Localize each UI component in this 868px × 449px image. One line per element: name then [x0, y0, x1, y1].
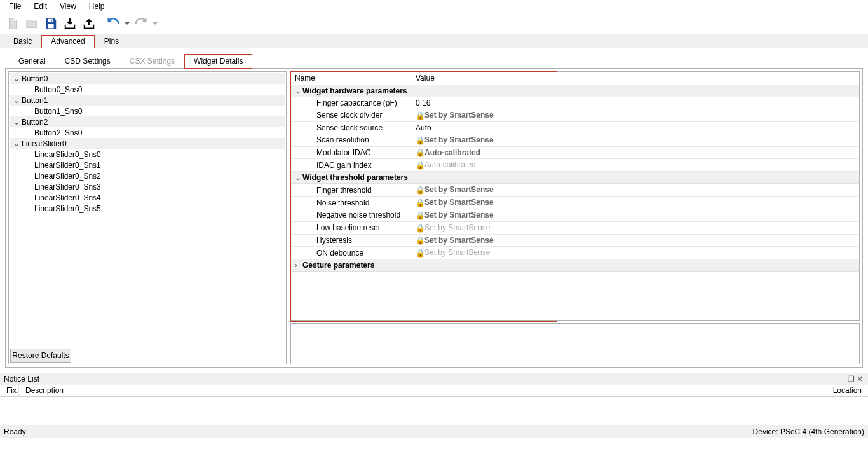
tree-item-ls-sns1[interactable]: LinearSlider0_Sns1 [10, 160, 285, 170]
menubar: File Edit View Help [0, 0, 868, 13]
menu-view[interactable]: View [53, 1, 83, 11]
import-icon[interactable] [61, 15, 79, 32]
redo-icon[interactable] [132, 15, 150, 32]
lock-icon: 🔒 [416, 148, 424, 157]
open-folder-icon[interactable] [23, 15, 41, 32]
status-ready: Ready [4, 427, 26, 436]
tab-advanced[interactable]: Advanced [41, 35, 94, 48]
main-tabstrip: Basic Advanced Pins [0, 34, 868, 48]
tree-item-button1-sns0[interactable]: Button1_Sns0 [10, 106, 285, 116]
notice-list-title: Notice List [4, 375, 39, 383]
subtab-general[interactable]: General [9, 54, 55, 69]
toolbar [0, 13, 868, 34]
tree-item-button2-sns0[interactable]: Button2_Sns0 [10, 127, 285, 138]
tree-item-button0-sns0[interactable]: Button0_Sns0 [10, 84, 285, 95]
notice-columns: Fix Description Location [0, 385, 868, 397]
svg-rect-2 [51, 19, 52, 21]
notice-list-header: Notice List ❐ ✕ [0, 373, 868, 385]
prop-scan-resolution[interactable]: Scan resolution🔒Set by SmartSense [291, 134, 859, 146]
close-icon[interactable]: ✕ [855, 375, 864, 383]
lock-icon: 🔒 [416, 211, 424, 220]
save-icon[interactable] [42, 15, 60, 32]
subtab-csd[interactable]: CSD Settings [55, 54, 120, 69]
tree-item-ls-sns4[interactable]: LinearSlider0_Sns4 [10, 192, 285, 203]
lock-icon: 🔒 [416, 224, 424, 233]
prop-noise-threshold[interactable]: Noise threshold🔒Set by SmartSense [291, 197, 859, 209]
cat-gesture[interactable]: ›Gesture parameters [291, 259, 859, 272]
tree-item-button1[interactable]: ⌄Button1 [10, 95, 285, 106]
status-device: Device: PSoC 4 (4th Generation) [753, 427, 864, 436]
sub-tabstrip: General CSD Settings CSX Settings Widget… [5, 53, 863, 69]
col-location[interactable]: Location [824, 385, 868, 396]
tree-item-ls-sns2[interactable]: LinearSlider0_Sns2 [10, 170, 285, 181]
prop-neg-noise-threshold[interactable]: Negative noise threshold🔒Set by SmartSen… [291, 209, 859, 221]
prop-sense-clock-source[interactable]: Sense clock sourceAuto [291, 121, 859, 134]
col-value: Value [412, 72, 859, 85]
lock-icon: 🔒 [416, 249, 424, 258]
chevron-down-icon: ⌄ [295, 86, 302, 95]
subtab-widget-details[interactable]: Widget Details [184, 54, 252, 69]
menu-help[interactable]: Help [83, 1, 111, 11]
tree-item-ls-sns3[interactable]: LinearSlider0_Sns3 [10, 181, 285, 192]
subtab-csx[interactable]: CSX Settings [120, 54, 184, 69]
lock-icon: 🔒 [416, 186, 424, 195]
cat-threshold[interactable]: ⌄Widget threshold parameters [291, 172, 859, 184]
tab-basic[interactable]: Basic [4, 35, 41, 48]
prop-sense-clock-divider[interactable]: Sense clock divider🔒Set by SmartSense [291, 109, 859, 122]
export-icon[interactable] [80, 15, 98, 32]
chevron-down-icon: ⌄ [13, 96, 20, 105]
lock-icon: 🔒 [416, 161, 424, 170]
lock-icon: 🔒 [416, 111, 424, 120]
widget-tree: ⌄Button0 Button0_Sns0 ⌄Button1 Button1_S… [8, 71, 287, 364]
prop-finger-threshold[interactable]: Finger threshold🔒Set by SmartSense [291, 184, 859, 197]
cat-hardware[interactable]: ⌄Widget hardware parameters [291, 85, 859, 97]
description-panel [290, 323, 860, 364]
status-bar: Ready Device: PSoC 4 (4th Generation) [0, 425, 868, 438]
col-name: Name [291, 72, 412, 85]
prop-low-baseline-reset[interactable]: Low baseline reset🔒Set by SmartSense [291, 221, 859, 234]
tree-item-button2[interactable]: ⌄Button2 [10, 116, 285, 127]
tree-item-linearslider0[interactable]: ⌄LinearSlider0 [10, 138, 285, 149]
chevron-down-icon: ⌄ [13, 139, 20, 148]
undo-icon[interactable] [104, 15, 122, 32]
new-file-icon[interactable] [4, 15, 22, 32]
redo-dropdown-icon[interactable] [151, 15, 159, 32]
svg-rect-0 [48, 18, 53, 22]
tree-item-ls-sns5[interactable]: LinearSlider0_Sns5 [10, 203, 285, 214]
chevron-down-icon: ⌄ [13, 74, 20, 83]
col-description[interactable]: Description [19, 385, 824, 396]
undo-dropdown-icon[interactable] [123, 15, 131, 32]
property-grid: NameValue ⌄Widget hardware parameters Fi… [290, 71, 860, 321]
tree-item-button0[interactable]: ⌄Button0 [10, 73, 285, 84]
chevron-right-icon: › [295, 261, 302, 270]
prop-idac-gain-index[interactable]: IDAC gain index🔒Auto-calibrated [291, 159, 859, 172]
tree-item-ls-sns0[interactable]: LinearSlider0_Sns0 [10, 149, 285, 160]
restore-window-icon[interactable]: ❐ [846, 375, 855, 383]
restore-defaults-button[interactable]: Restore Defaults [10, 349, 71, 363]
notice-list-body [0, 397, 868, 425]
lock-icon: 🔒 [416, 236, 424, 245]
lock-icon: 🔒 [416, 198, 424, 207]
prop-hysteresis[interactable]: Hysteresis🔒Set by SmartSense [291, 234, 859, 247]
menu-edit[interactable]: Edit [27, 1, 53, 11]
prop-modulator-idac[interactable]: Modulator IDAC🔒Auto-calibrated [291, 146, 859, 159]
menu-file[interactable]: File [3, 1, 27, 11]
svg-rect-1 [48, 24, 53, 27]
lock-icon: 🔒 [416, 136, 424, 145]
tab-pins[interactable]: Pins [95, 35, 128, 48]
col-fix[interactable]: Fix [0, 385, 19, 396]
chevron-down-icon: ⌄ [295, 173, 302, 182]
chevron-down-icon: ⌄ [13, 118, 20, 127]
prop-finger-capacitance[interactable]: Finger capacitance (pF)0.16 [291, 97, 859, 109]
prop-on-debounce[interactable]: ON debounce🔒Set by SmartSense [291, 247, 859, 259]
